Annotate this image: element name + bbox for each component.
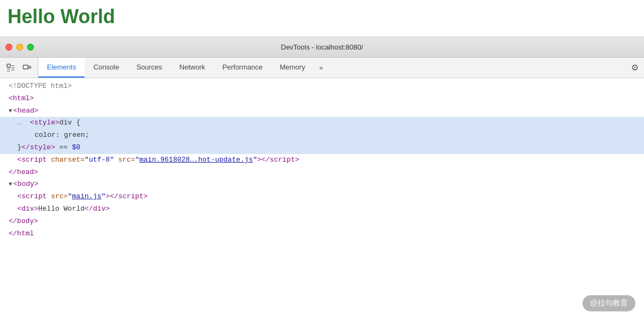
devtools-titlebar: DevTools - localhost:8080/ <box>0 37 644 58</box>
tab-elements[interactable]: Elements <box>38 58 85 78</box>
dom-line-html-open: <html> <box>0 93 644 105</box>
close-button[interactable] <box>5 44 12 51</box>
body-arrow[interactable]: ▼ <box>9 180 12 190</box>
minimize-button[interactable] <box>16 44 23 51</box>
devtools-title: DevTools - localhost:8080/ <box>281 43 363 51</box>
dom-line-html-close: </html <box>0 228 644 240</box>
tab-console[interactable]: Console <box>85 58 128 78</box>
dom-line-head-open: ▼<head> <box>0 105 644 117</box>
device-toolbar-icon[interactable] <box>20 61 33 74</box>
dom-line-head-close: </head> <box>0 166 644 179</box>
tab-spacer <box>328 58 626 78</box>
script-src-link[interactable]: main.9618028….hot-update.js <box>139 155 253 166</box>
more-tabs-button[interactable]: » <box>314 58 328 78</box>
svg-rect-1 <box>23 65 28 69</box>
tab-sources[interactable]: Sources <box>128 58 171 78</box>
main-js-link[interactable]: main.js <box>72 191 101 203</box>
svg-rect-2 <box>29 66 31 68</box>
dom-panel: <!DOCTYPE html> <html> ▼<head> … <style>… <box>0 78 644 320</box>
element-picker-icon[interactable] <box>4 61 17 74</box>
svg-rect-0 <box>7 64 10 67</box>
dom-line-style-close: }</style> == $0 <box>0 142 644 154</box>
window-controls <box>5 44 34 51</box>
dom-line-style-color: color: green; <box>0 129 644 142</box>
devtools-window: DevTools - localhost:8080/ Elements <box>0 37 644 320</box>
browser-page: Hello World <box>0 0 644 37</box>
page-title: Hello World <box>8 5 115 28</box>
settings-icon[interactable]: ⚙ <box>626 58 644 78</box>
maximize-button[interactable] <box>27 44 34 51</box>
tab-icon-group <box>0 58 38 78</box>
dom-line-script-hot: <script charset="utf-8" src="main.961802… <box>0 154 644 166</box>
dom-line-body-close: </body> <box>0 215 644 228</box>
tab-network[interactable]: Network <box>171 58 214 78</box>
dom-line-doctype: <!DOCTYPE html> <box>0 80 644 93</box>
dom-line-style-open[interactable]: … <style>div { <box>0 117 644 129</box>
tab-memory[interactable]: Memory <box>271 58 314 78</box>
dom-line-div-hello: <div>Hello World</div> <box>0 203 644 215</box>
head-arrow[interactable]: ▼ <box>9 107 12 116</box>
dom-line-body-open: ▼<body> <box>0 178 644 191</box>
dom-line-script-main: <script src="main.js"></script> <box>0 191 644 203</box>
devtools-tabs-bar: Elements Console Sources Network Perform… <box>0 58 644 78</box>
tab-performance[interactable]: Performance <box>214 58 271 78</box>
